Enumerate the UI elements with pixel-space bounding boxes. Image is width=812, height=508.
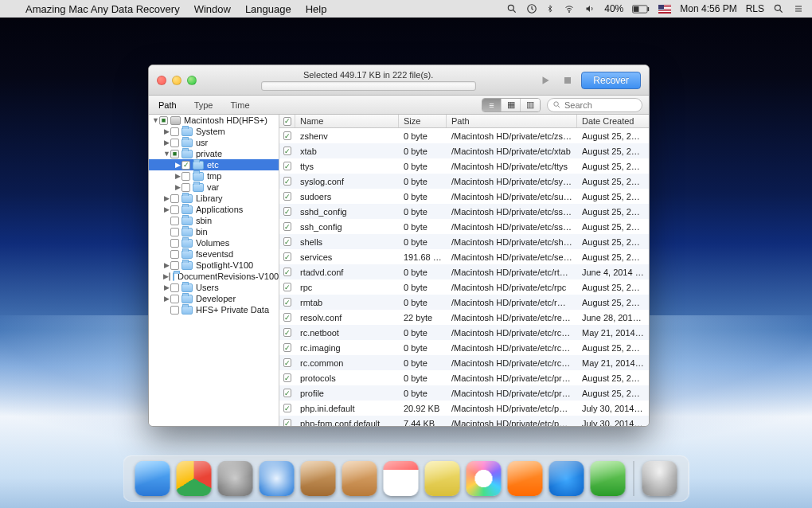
table-row[interactable]: ✓shells0 byte/Macintosh HD/private/etc/s… xyxy=(279,234,649,249)
table-row[interactable]: ✓rc.common0 byte/Macintosh HD/private/et… xyxy=(279,355,649,370)
row-checkbox[interactable]: ✓ xyxy=(283,389,291,397)
bluetooth-icon[interactable] xyxy=(546,3,554,14)
tree-item[interactable]: ▶Users xyxy=(149,282,279,293)
table-row[interactable]: ✓rmtab0 byte/Macintosh HD/private/etc/rm… xyxy=(279,295,649,310)
tree-checkbox[interactable] xyxy=(170,217,179,225)
tree-item[interactable]: HFS+ Private Data xyxy=(149,304,279,315)
tree-item[interactable]: Volumes xyxy=(149,237,279,248)
table-row[interactable]: ✓sudoers0 byte/Macintosh HD/private/etc/… xyxy=(279,189,649,204)
tree-checkbox[interactable] xyxy=(170,283,179,292)
tree-item[interactable]: ▶Spotlight-V100 xyxy=(149,260,279,271)
app-menu[interactable]: Amazing Mac Any Data Recovery xyxy=(25,3,180,15)
table-row[interactable]: ✓rc.imaging0 byte/Macintosh HD/private/e… xyxy=(279,340,649,355)
table-header[interactable]: ✓ Name Size Path Date Created xyxy=(279,115,649,128)
row-checkbox[interactable]: ✓ xyxy=(283,343,291,352)
tree-item[interactable]: ▶DocumentRevisions-V100 xyxy=(149,271,279,282)
search-input[interactable] xyxy=(564,100,636,110)
recover-button[interactable]: Recover xyxy=(581,72,641,89)
dock-launchpad[interactable] xyxy=(218,461,253,496)
tree-checkbox[interactable]: ■ xyxy=(170,150,179,158)
tree-checkbox[interactable] xyxy=(170,139,179,147)
wifi-icon[interactable] xyxy=(563,4,576,14)
tree-item[interactable]: ▶✓etc xyxy=(149,159,279,170)
disclosure-arrow[interactable]: ▶ xyxy=(174,183,182,191)
table-row[interactable]: ✓rtadvd.conf0 byte/Macintosh HD/private/… xyxy=(279,264,649,279)
close-button[interactable] xyxy=(157,76,166,85)
view-column-icon[interactable]: ▥ xyxy=(521,99,540,111)
tree-item[interactable]: ▼■Macintosh HD(HFS+) xyxy=(149,115,279,126)
dock-trash[interactable] xyxy=(642,461,677,496)
table-row[interactable]: ✓syslog.conf0 byte/Macintosh HD/private/… xyxy=(279,174,649,189)
col-date[interactable]: Date Created xyxy=(577,115,649,127)
table-row[interactable]: ✓rc.netboot0 byte/Macintosh HD/private/e… xyxy=(279,325,649,340)
spotlight-icon[interactable] xyxy=(506,3,517,14)
row-checkbox[interactable]: ✓ xyxy=(283,237,291,246)
table-row[interactable]: ✓profile0 byte/Macintosh HD/private/etc/… xyxy=(279,385,649,401)
user-menu[interactable]: RLS xyxy=(746,3,764,14)
row-checkbox[interactable]: ✓ xyxy=(283,313,291,322)
view-grid-icon[interactable]: ▦ xyxy=(502,99,521,111)
dock-app[interactable] xyxy=(591,461,626,496)
disclosure-arrow[interactable]: ▶ xyxy=(163,139,170,147)
tree-item[interactable]: ▶Applications xyxy=(149,204,279,215)
disclosure-arrow[interactable]: ▶ xyxy=(163,295,170,303)
disclosure-arrow[interactable]: ▶ xyxy=(163,205,170,213)
row-checkbox[interactable]: ✓ xyxy=(283,252,291,261)
tree-item[interactable]: ▶usr xyxy=(149,137,279,148)
tree-checkbox[interactable] xyxy=(170,228,179,236)
timemachine-icon[interactable] xyxy=(526,3,537,14)
tree-checkbox[interactable] xyxy=(170,295,179,303)
table-row[interactable]: ✓zshenv0 byte/Macintosh HD/private/etc/z… xyxy=(279,128,649,143)
titlebar[interactable]: Selected 449.17 KB in 222 file(s). Recov… xyxy=(149,65,649,96)
notification-icon[interactable] xyxy=(793,4,804,14)
col-name[interactable]: Name xyxy=(295,115,399,127)
dock-calendar[interactable] xyxy=(384,461,419,496)
row-checkbox[interactable]: ✓ xyxy=(283,268,291,276)
row-checkbox[interactable]: ✓ xyxy=(283,419,291,426)
table-row[interactable]: ✓protocols0 byte/Macintosh HD/private/et… xyxy=(279,370,649,385)
tree-checkbox[interactable] xyxy=(182,183,190,192)
disclosure-arrow[interactable]: ▼ xyxy=(163,150,170,158)
dock-contacts[interactable] xyxy=(342,461,377,496)
dock-appstore[interactable] xyxy=(549,461,584,496)
tree-item[interactable]: sbin xyxy=(149,215,279,226)
dock-notes[interactable] xyxy=(425,461,460,496)
disclosure-arrow[interactable]: ▶ xyxy=(163,194,170,202)
battery-icon[interactable] xyxy=(632,5,650,14)
tree-checkbox[interactable] xyxy=(170,127,179,136)
tree-item[interactable]: ▶Developer xyxy=(149,293,279,304)
tree-item[interactable]: ▶Library xyxy=(149,193,279,204)
tree-checkbox[interactable]: ■ xyxy=(159,116,168,125)
dock[interactable] xyxy=(123,455,689,502)
row-checkbox[interactable]: ✓ xyxy=(283,404,291,412)
dock-mail[interactable] xyxy=(301,461,336,496)
row-checkbox[interactable]: ✓ xyxy=(283,298,291,307)
folder-tree[interactable]: ▼■Macintosh HD(HFS+)▶System▶usr▼■private… xyxy=(149,115,279,426)
tab-time[interactable]: Time xyxy=(228,99,253,111)
dock-finder[interactable] xyxy=(135,461,170,496)
dock-ibooks[interactable] xyxy=(508,461,543,496)
table-row[interactable]: ✓rpc0 byte/Macintosh HD/private/etc/rpcA… xyxy=(279,279,649,295)
dock-chrome[interactable] xyxy=(177,461,212,496)
search-icon[interactable] xyxy=(773,3,784,14)
row-checkbox[interactable]: ✓ xyxy=(283,177,291,186)
clock[interactable]: Mon 4:56 PM xyxy=(680,3,736,14)
col-size[interactable]: Size xyxy=(399,115,447,127)
play-button[interactable] xyxy=(537,72,554,89)
table-body[interactable]: ✓zshenv0 byte/Macintosh HD/private/etc/z… xyxy=(279,128,649,426)
row-checkbox[interactable]: ✓ xyxy=(283,373,291,382)
disclosure-arrow[interactable]: ▶ xyxy=(163,127,170,135)
tree-checkbox[interactable] xyxy=(170,306,179,315)
tree-item[interactable]: ▶tmp xyxy=(149,170,279,182)
disclosure-arrow[interactable]: ▶ xyxy=(174,161,182,169)
tree-item[interactable]: ▶var xyxy=(149,182,279,193)
row-checkbox[interactable]: ✓ xyxy=(283,207,291,216)
tree-item[interactable]: fseventsd xyxy=(149,248,279,260)
table-row[interactable]: ✓ttys0 byte/Macintosh HD/private/etc/tty… xyxy=(279,158,649,174)
tree-checkbox[interactable] xyxy=(170,250,179,259)
tab-type[interactable]: Type xyxy=(191,99,217,111)
tree-checkbox[interactable] xyxy=(170,194,179,203)
tree-item[interactable]: ▼■private xyxy=(149,148,279,159)
search-field[interactable] xyxy=(547,98,642,112)
dock-itunes[interactable] xyxy=(467,461,502,496)
